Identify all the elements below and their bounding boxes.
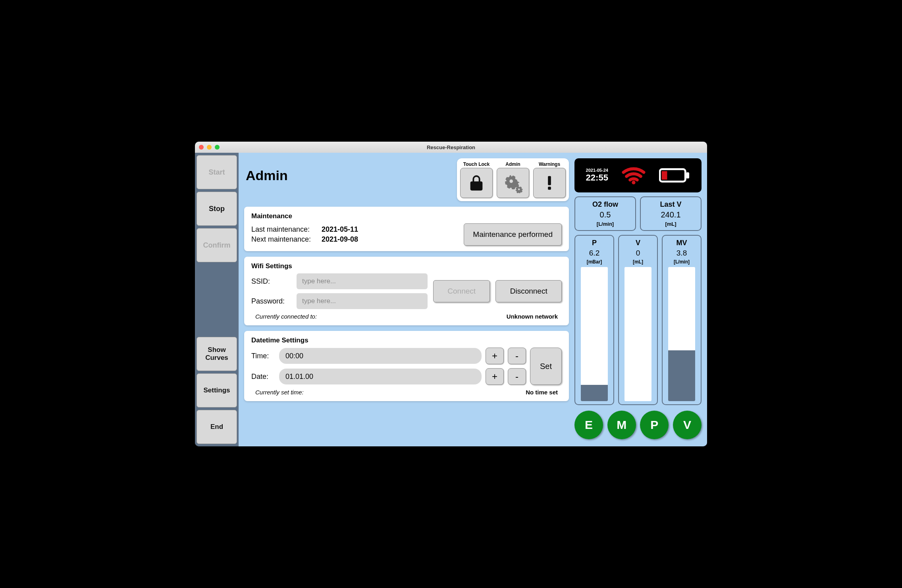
gauge-mv-bar: [668, 267, 695, 401]
exclamation-icon: [540, 174, 559, 192]
wifi-status-label: Currently connected to:: [255, 313, 317, 320]
badge-e[interactable]: E: [574, 411, 603, 439]
next-maint-value: 2021-09-08: [322, 235, 358, 244]
wifi-icon: [621, 166, 646, 184]
wifi-card: Wifi Settings SSID: Connect Disconnect P…: [244, 257, 569, 325]
metric-lastv: Last V 240.1 [mL]: [640, 196, 702, 231]
disconnect-button[interactable]: Disconnect: [495, 280, 562, 302]
gauge-mv: MV 3.8 [L/min]: [662, 235, 702, 405]
connect-button[interactable]: Connect: [433, 280, 490, 302]
clock-box: 2021-05-24 22:55: [586, 168, 608, 183]
badge-v[interactable]: V: [673, 411, 702, 439]
app-window: Rescue-Respiration Start Stop Confirm Sh…: [195, 142, 707, 446]
page-title: Admin: [244, 158, 288, 183]
minimize-icon[interactable]: [207, 145, 212, 150]
last-maint-label: Last maintenance:: [251, 225, 317, 234]
settings-button[interactable]: Settings: [197, 373, 237, 407]
header-row: Admin Touch Lock Admin: [244, 158, 569, 201]
start-button[interactable]: Start: [197, 155, 237, 189]
status-date: 2021-05-24: [586, 168, 608, 173]
admin-button[interactable]: [497, 168, 529, 198]
time-label: Time:: [251, 352, 275, 360]
gauges-row: P 6.2 [mBar] V 0 [mL] MV 3.8 [L/mi: [574, 235, 702, 405]
metric-o2: O2 flow 0.5 [L/min]: [574, 196, 636, 231]
gauge-p-bar: [581, 267, 607, 401]
date-label: Date:: [251, 373, 275, 381]
maintenance-heading: Maintenance: [251, 212, 562, 220]
next-maint-label: Next maintenance:: [251, 235, 317, 244]
window-title: Rescue-Respiration: [195, 144, 707, 150]
maintenance-card: Maintenance Last maintenance:2021-05-11 …: [244, 207, 569, 251]
header-button-group: Touch Lock Admin Warnings: [457, 158, 569, 201]
admin-label: Admin: [505, 161, 520, 167]
end-button[interactable]: End: [197, 410, 237, 444]
stop-button[interactable]: Stop: [197, 192, 237, 226]
time-minus-button[interactable]: -: [508, 348, 526, 364]
last-maint-value: 2021-05-11: [322, 225, 358, 234]
touch-lock-label: Touch Lock: [463, 161, 490, 167]
datetime-heading: Datetime Settings: [251, 336, 562, 344]
right-column: 2021-05-24 22:55 O2 flow 0.5 [L/min] Las…: [574, 158, 702, 441]
window-controls: [199, 145, 220, 150]
password-label: Password:: [251, 297, 291, 306]
badge-m[interactable]: M: [607, 411, 636, 439]
password-input[interactable]: [297, 293, 428, 309]
svg-rect-0: [548, 176, 551, 185]
datetime-status-label: Currently set time:: [255, 389, 304, 396]
svg-rect-5: [662, 171, 667, 179]
zoom-icon[interactable]: [215, 145, 220, 150]
svg-rect-1: [548, 187, 551, 190]
confirm-button[interactable]: Confirm: [197, 228, 237, 262]
show-curves-button[interactable]: Show Curves: [197, 337, 237, 371]
warnings-button[interactable]: [533, 168, 566, 198]
gauge-v: V 0 [mL]: [618, 235, 658, 405]
svg-point-2: [632, 181, 636, 184]
main-area: Admin Touch Lock Admin: [239, 153, 707, 446]
svg-rect-4: [686, 172, 690, 179]
app-body: Start Stop Confirm Show Curves Settings …: [195, 153, 707, 446]
time-plus-button[interactable]: +: [486, 348, 504, 364]
wifi-heading: Wifi Settings: [251, 262, 562, 270]
admin-group: Admin: [497, 161, 529, 198]
close-icon[interactable]: [199, 145, 204, 150]
wifi-status-value: Unknown network: [507, 313, 558, 320]
lock-icon: [467, 174, 486, 192]
date-plus-button[interactable]: +: [486, 368, 504, 385]
date-display[interactable]: 01.01.00: [279, 369, 482, 384]
datetime-set-button[interactable]: Set: [530, 348, 562, 385]
ssid-label: SSID:: [251, 277, 291, 286]
warnings-label: Warnings: [539, 161, 560, 167]
touch-lock-button[interactable]: [460, 168, 493, 198]
date-minus-button[interactable]: -: [508, 368, 526, 385]
datetime-status-value: No time set: [526, 389, 558, 396]
datetime-card: Datetime Settings Time: 00:00 + - Set Da…: [244, 331, 569, 401]
titlebar: Rescue-Respiration: [195, 142, 707, 153]
gauge-v-bar: [624, 267, 651, 401]
time-display[interactable]: 00:00: [279, 348, 482, 364]
sidebar: Start Stop Confirm Show Curves Settings …: [195, 153, 239, 446]
gears-icon: [503, 173, 523, 193]
ssid-input[interactable]: [297, 273, 428, 289]
status-bar: 2021-05-24 22:55: [574, 158, 702, 192]
battery-icon: [659, 167, 690, 183]
metric-row-top: O2 flow 0.5 [L/min] Last V 240.1 [mL]: [574, 196, 702, 231]
touch-lock-group: Touch Lock: [460, 161, 493, 198]
maintenance-performed-button[interactable]: Maintenance performed: [464, 223, 562, 246]
content-column: Admin Touch Lock Admin: [244, 158, 569, 441]
warnings-group: Warnings: [533, 161, 566, 198]
status-time: 22:55: [586, 173, 608, 183]
gauge-p: P 6.2 [mBar]: [574, 235, 614, 405]
badges-row: E M P V: [574, 409, 702, 441]
badge-p[interactable]: P: [640, 411, 669, 439]
